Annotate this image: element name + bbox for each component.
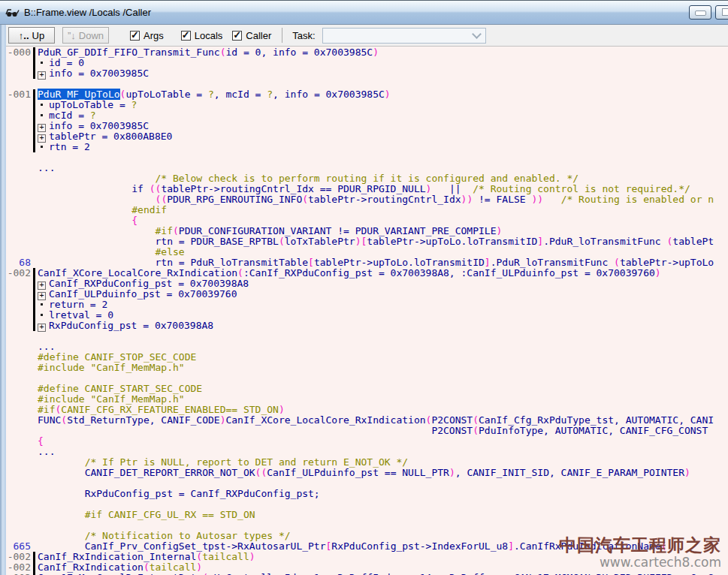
task-combobox[interactable]: [322, 28, 486, 44]
code-line[interactable]: #if(PDUR_CONFIGURATION_VARIANT != PDUR_V…: [6, 226, 728, 236]
code-line[interactable]: +info = 0x7003985C: [6, 68, 728, 79]
code-line[interactable]: +CanIf_ULPduinfo_pst = 0x70039760: [6, 289, 728, 300]
code-line[interactable]: {: [6, 436, 728, 447]
code-line[interactable]: ((PDUR_RPG_ENROUTING_INFO(tablePtr->rout…: [6, 194, 728, 205]
frame-bracket: [33, 152, 35, 163]
stack-up-button[interactable]: ↑.. Up: [8, 27, 55, 44]
code-line[interactable]: /* Notification to Autosar types */: [6, 531, 728, 541]
line-text: mcId = ?: [38, 110, 96, 121]
code-line[interactable]: {: [6, 215, 728, 226]
call-stack-listing: -000PduR_GF_DDIf_FIFO_Transmit_Func(id =…: [6, 47, 728, 575]
code-line[interactable]: 68 rtn = PduR_loTransmitTable[tablePtr->…: [6, 257, 728, 268]
window-left-border: [0, 25, 6, 575]
line-number: [6, 142, 33, 152]
code-line[interactable]: -000PduR_GF_DDIf_FIFO_Transmit_Func(id =…: [6, 47, 728, 58]
line-text: CanIf_RxIndication_Internal(tailcall): [38, 552, 255, 562]
code-line[interactable]: rtn = 2: [6, 142, 728, 152]
line-text: #endif: [38, 205, 167, 215]
line-number: [6, 163, 33, 173]
line-number: [6, 363, 33, 373]
code-line[interactable]: id = 0: [6, 58, 728, 68]
code-line[interactable]: -002CanIf_RxIndication(tailcall): [6, 562, 728, 573]
code-line[interactable]: CANIF_DET_REPORT_ERROR_NOT_OK((CanIf_ULP…: [6, 468, 728, 478]
line-number: [6, 289, 33, 300]
frame-bracket: [33, 100, 35, 110]
line-text: #else: [38, 247, 185, 257]
frame-view-content[interactable]: -000PduR_GF_DDIf_FIFO_Transmit_Func(id =…: [6, 47, 728, 575]
code-line[interactable]: +info = 0x7003985C: [6, 121, 728, 131]
code-line[interactable]: return = 2: [6, 300, 728, 310]
stack-down-button[interactable]: ”↓ Down: [62, 27, 109, 44]
code-line[interactable]: #if(CANIF_CFG_RX_FEATURE_ENABLED== STD_O…: [6, 405, 728, 415]
code-line[interactable]: #else: [6, 247, 728, 257]
line-number: -002: [6, 552, 33, 562]
code-line[interactable]: [6, 478, 728, 489]
code-line[interactable]: +RxPduConfig_pst = 0x700398A8: [6, 321, 728, 331]
code-line[interactable]: #include "CanIf_MemMap.h": [6, 394, 728, 405]
code-line[interactable]: -002CanIf_RxIndication_Internal(tailcall…: [6, 552, 728, 562]
code-line[interactable]: -001PduR_MF_UpToLo(upToLoTable = ?, mcId…: [6, 89, 728, 100]
checkbox-label: Args: [143, 30, 164, 41]
code-line[interactable]: P2CONST(PduInfoType, AUTOMATIC, CANIF_CF…: [6, 426, 728, 436]
code-line[interactable]: 665 CanIf_Prv_ConfigSet_tpst->RxAutosarU…: [6, 541, 728, 552]
frame-bracket: [33, 184, 35, 194]
code-line[interactable]: #define CANIF_STOP_SEC_CODE: [6, 352, 728, 363]
checkbox-caller[interactable]: Caller: [232, 30, 271, 41]
code-line[interactable]: RxPduConfig_pst = CanIf_RXPduConfig_pst;: [6, 489, 728, 499]
code-line[interactable]: rtn = PDUR_BASE_RPTBL(loTxTablePtr)[tabl…: [6, 236, 728, 247]
line-text: +tablePtr = 0x800AB8E0: [38, 131, 172, 142]
frame-bracket: [33, 342, 35, 352]
up-button-label: Up: [32, 30, 45, 41]
task-label: Task:: [292, 30, 315, 41]
code-line[interactable]: ...: [6, 163, 728, 173]
minimize-button[interactable]: [689, 5, 711, 20]
code-line[interactable]: #endif: [6, 205, 728, 215]
chevron-down-icon: [472, 29, 482, 39]
title-bar[interactable]: B::Frame.view /Locals /Caller: [0, 1, 728, 25]
view-option-checkboxes: ArgsLocalsCaller: [109, 30, 271, 41]
code-line[interactable]: if ((tablePtr->routingCntrl_Idx == PDUR_…: [6, 184, 728, 194]
frame-bracket: [33, 552, 35, 562]
code-line[interactable]: FUNC(Std_ReturnType, CANIF_CODE)CanIf_XC…: [6, 415, 728, 426]
checkbox-icon[interactable]: [181, 31, 191, 41]
frame-bracket: [33, 247, 35, 257]
code-line[interactable]: +tablePtr = 0x800AB8E0: [6, 131, 728, 142]
toolbar-separator: [282, 28, 282, 43]
line-number: [6, 100, 33, 110]
line-text: id = 0: [38, 58, 84, 68]
code-line[interactable]: ...: [6, 342, 728, 352]
code-line[interactable]: mcId = ?: [6, 110, 728, 121]
code-line[interactable]: #if CANIF_CFG_UL_RX == STD_ON: [6, 510, 728, 520]
line-number: [6, 468, 33, 478]
code-line[interactable]: [6, 520, 728, 531]
expand-plus-icon[interactable]: +: [38, 71, 46, 80]
code-line[interactable]: +CanIf_RXPduConfig_pst = 0x700398A8: [6, 278, 728, 289]
code-line[interactable]: [6, 331, 728, 342]
line-text: /* Below check is to perform routing if …: [38, 173, 578, 184]
frame-bracket: [33, 257, 35, 268]
code-line[interactable]: /* If Ptr is NULL, report to DET and ret…: [6, 457, 728, 468]
maximize-button[interactable]: [715, 5, 728, 20]
checkbox-icon[interactable]: [130, 31, 140, 41]
code-line[interactable]: #include "CanIf_MemMap.h": [6, 363, 728, 373]
line-text: /* Notification to Autosar types */: [38, 531, 291, 541]
code-line[interactable]: lretval = 0: [6, 310, 728, 321]
line-text: CanIf_Prv_ConfigSet_tpst->RxAutosarUL_Pt…: [38, 541, 667, 552]
code-line[interactable]: [6, 152, 728, 163]
checkbox-args[interactable]: Args: [130, 30, 164, 41]
code-line[interactable]: #define CANIF_START_SEC_CODE: [6, 384, 728, 394]
line-text: +CanIf_ULPduinfo_pst = 0x70039760: [38, 289, 237, 300]
code-line[interactable]: ...: [6, 447, 728, 457]
frame-bracket: [33, 278, 35, 289]
expand-plus-icon[interactable]: +: [38, 324, 46, 332]
code-line[interactable]: [6, 499, 728, 510]
frame-bracket: [33, 531, 35, 541]
checkbox-locals[interactable]: Locals: [181, 30, 223, 41]
code-line[interactable]: /* Below check is to perform routing if …: [6, 173, 728, 184]
code-line[interactable]: upToLoTable = ?: [6, 100, 728, 110]
checkbox-icon[interactable]: [232, 31, 242, 41]
code-line[interactable]: [6, 373, 728, 384]
code-line[interactable]: -002CanIf_XCore_LocalCore_RxIndication(:…: [6, 268, 728, 278]
line-number: 665: [6, 541, 33, 552]
code-line[interactable]: [6, 79, 728, 89]
